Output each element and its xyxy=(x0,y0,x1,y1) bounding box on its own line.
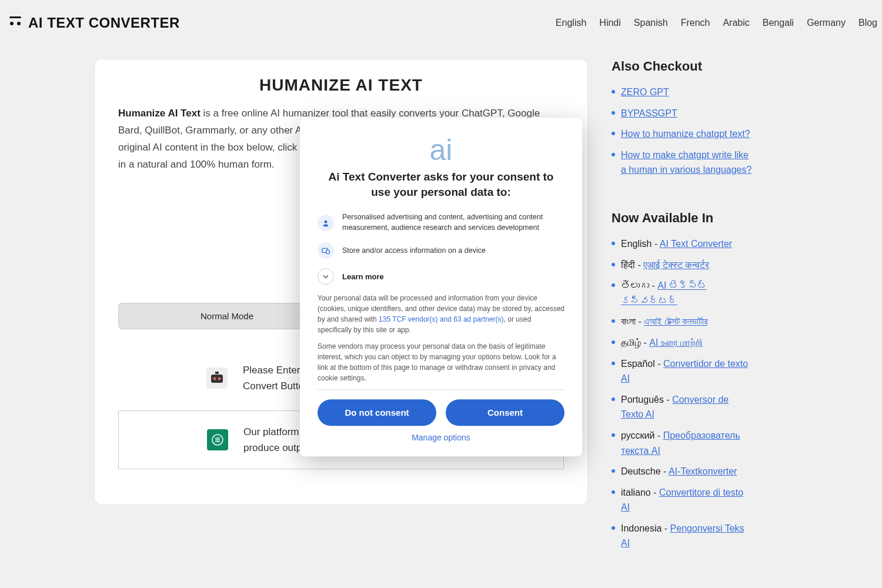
logo-text: AI TEXT CONVERTER xyxy=(28,15,180,31)
svg-rect-6 xyxy=(215,372,219,374)
list-item: తెలుగు - AI టెక్స్ట్ కన్వర్టర్ xyxy=(612,278,753,308)
person-icon xyxy=(318,215,334,231)
list-item: BYPASSGPT xyxy=(612,106,753,121)
svg-point-4 xyxy=(213,377,216,380)
vendors-link[interactable]: 135 TCF vendor(s) and 63 ad partner(s) xyxy=(379,316,504,324)
chevron-down-icon xyxy=(318,269,334,285)
header: AI TEXT CONVERTER English Hindi Spanish … xyxy=(0,0,882,46)
robot-avatar-icon xyxy=(206,368,228,389)
lang-link[interactable]: এআই টেক্সট কনভার্টার xyxy=(644,316,707,326)
top-nav: English Hindi Spanish French Arabic Beng… xyxy=(556,18,877,28)
also-checkout-card: Also Checkout ZERO GPT BYPASSGPT How to … xyxy=(612,59,753,178)
svg-point-8 xyxy=(325,220,328,223)
list-item: বাংলা - এআই টেক্সট কনভার্টার xyxy=(612,314,753,329)
lang-label: Português xyxy=(621,395,664,405)
modal-logo: ai xyxy=(318,135,564,165)
modal-divider xyxy=(318,390,564,390)
lang-link[interactable]: AI உரை மாற்றி xyxy=(649,338,703,348)
svg-point-1 xyxy=(10,22,14,25)
languages-title: Now Available In xyxy=(612,211,753,226)
link-bypassgpt[interactable]: BYPASSGPT xyxy=(621,108,677,118)
lang-link[interactable]: AI-Textkonverter xyxy=(669,466,737,476)
consent-text-1: Personalised advertising and content, ad… xyxy=(342,213,564,233)
consent-text-2: Store and/or access information on a dev… xyxy=(342,246,486,256)
manage-options-link[interactable]: Manage options xyxy=(318,433,564,443)
nav-spanish[interactable]: Spanish xyxy=(634,18,668,28)
page-title: HUMANIZE AI TEXT xyxy=(118,76,564,95)
nav-english[interactable]: English xyxy=(556,18,586,28)
list-item: Português - Conversor de Texto AI xyxy=(612,392,753,422)
lang-label: বাংলা xyxy=(621,316,636,326)
lang-label: italiano xyxy=(621,487,651,497)
also-checkout-title: Also Checkout xyxy=(612,59,753,74)
consent-item-2: Store and/or access information on a dev… xyxy=(318,243,564,259)
link-zerogpt[interactable]: ZERO GPT xyxy=(621,87,669,97)
nav-blog[interactable]: Blog xyxy=(858,18,877,28)
checkout-list: ZERO GPT BYPASSGPT How to humanize chatg… xyxy=(612,85,753,178)
list-item: Indonesia - Pengonversi Teks AI xyxy=(612,521,753,551)
link-howto-humanize[interactable]: How to humanize chatgpt text? xyxy=(621,129,750,139)
devices-icon xyxy=(318,243,334,259)
languages-card: Now Available In English - AI Text Conve… xyxy=(612,211,753,551)
svg-rect-0 xyxy=(9,16,21,18)
list-item: ZERO GPT xyxy=(612,85,753,100)
lang-link[interactable]: एआई टेक्स्ट कन्वर्टर xyxy=(643,260,709,270)
lang-link[interactable]: AI Text Converter xyxy=(660,239,732,249)
nav-germany[interactable]: Germany xyxy=(807,18,846,28)
list-item: How to humanize chatgpt text? xyxy=(612,126,753,142)
svg-point-5 xyxy=(218,377,221,380)
nav-french[interactable]: French xyxy=(681,18,710,28)
consent-button-row: Do not consent Consent xyxy=(318,400,564,426)
list-item: English - AI Text Converter xyxy=(612,236,753,252)
learn-more-label: Learn more xyxy=(342,272,384,281)
lang-label: தமிழ் xyxy=(621,338,641,348)
lang-label: русский xyxy=(621,430,654,440)
nav-arabic[interactable]: Arabic xyxy=(723,18,749,28)
lang-label: Indonesia xyxy=(621,523,662,533)
consent-modal: ai Ai Text Converter asks for your conse… xyxy=(300,118,582,456)
logo-icon xyxy=(7,14,24,32)
lang-label: తెలుగు xyxy=(621,280,649,290)
do-not-consent-button[interactable]: Do not consent xyxy=(318,400,436,426)
link-howto-languages[interactable]: How to make chatgpt write like a human i… xyxy=(621,150,751,175)
lang-label: हिंदी xyxy=(621,260,635,270)
list-item: தமிழ் - AI உரை மாற்றி xyxy=(612,335,753,350)
list-item: Deutsche - AI-Textkonverter xyxy=(612,464,753,479)
modal-body-1: Your personal data will be processed and… xyxy=(318,293,564,336)
gpt-icon xyxy=(207,429,228,450)
modal-body-2: Some vendors may process your personal d… xyxy=(318,342,564,384)
consent-item-1: Personalised advertising and content, ad… xyxy=(318,213,564,233)
lang-label: Deutsche xyxy=(621,466,661,476)
intro-strong: Humanize AI Text xyxy=(118,108,201,119)
list-item: Español - Convertidor de texto AI xyxy=(612,356,753,386)
list-item: How to make chatgpt write like a human i… xyxy=(612,148,753,178)
list-item: italiano - Convertitore di testo AI xyxy=(612,485,753,515)
consent-button[interactable]: Consent xyxy=(446,400,564,426)
svg-point-2 xyxy=(17,22,21,25)
nav-bengali[interactable]: Bengali xyxy=(763,18,794,28)
sidebar: Also Checkout ZERO GPT BYPASSGPT How to … xyxy=(612,59,753,551)
nav-hindi[interactable]: Hindi xyxy=(599,18,620,28)
lang-label: English xyxy=(621,239,652,249)
lang-label: Español xyxy=(621,359,655,369)
logo[interactable]: AI TEXT CONVERTER xyxy=(7,14,180,32)
learn-more-toggle[interactable]: Learn more xyxy=(318,269,564,285)
list-item: हिंदी - एआई टेक्स्ट कन्वर्टर xyxy=(612,258,753,273)
svg-rect-3 xyxy=(211,375,223,383)
modal-title: Ai Text Converter asks for your consent … xyxy=(318,169,564,199)
languages-list: English - AI Text Converter हिंदी - एआई … xyxy=(612,236,753,551)
svg-rect-10 xyxy=(326,250,329,254)
list-item: русский - Преобразователь текста AI xyxy=(612,428,753,458)
